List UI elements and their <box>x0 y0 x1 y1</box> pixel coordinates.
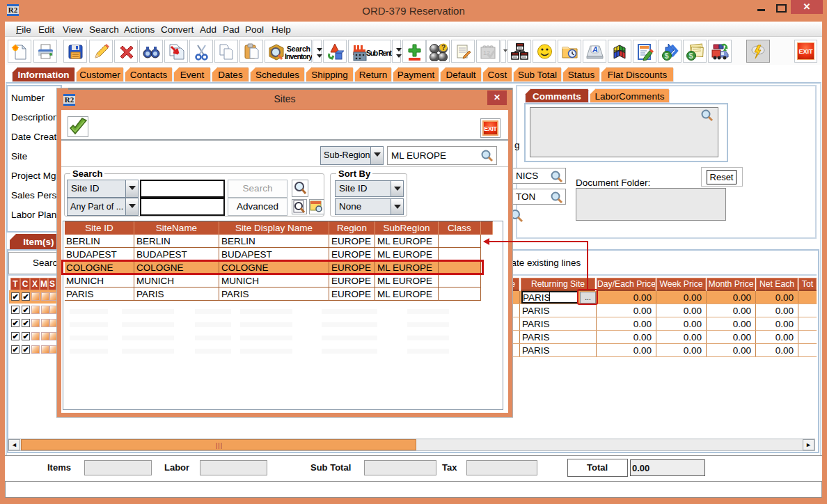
svg-text:$: $ <box>665 52 669 60</box>
svg-text:Sub Rent: Sub Rent <box>366 49 393 57</box>
svg-text:?: ? <box>441 44 446 52</box>
svg-text:$: $ <box>689 52 693 60</box>
svg-text:A: A <box>592 45 598 54</box>
svg-text:Inventory: Inventory <box>285 52 312 61</box>
